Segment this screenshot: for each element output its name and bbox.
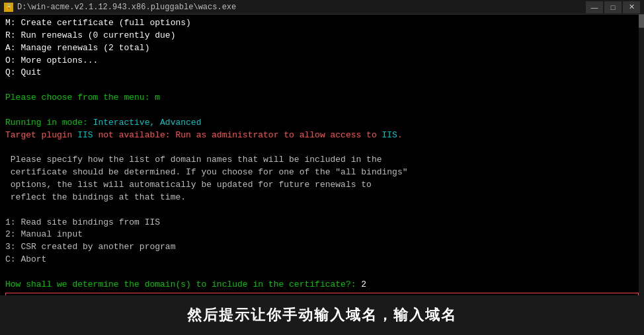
terminal-line: options, the list will automatically be … bbox=[5, 179, 639, 192]
titlebar-left: 🔒 D:\win-acme.v2.1.12.943.x86.pluggable\… bbox=[4, 3, 236, 12]
terminal-line: R: Run renewals (0 currently due) bbox=[5, 30, 639, 42]
terminal-line: 3: CSR created by another program bbox=[5, 241, 639, 254]
terminal-line: Please specify how the list of domain na… bbox=[5, 154, 639, 167]
terminal-line bbox=[5, 79, 639, 92]
terminal-line bbox=[5, 104, 639, 117]
terminal-line: Target plugin IIS not available: Run as … bbox=[5, 130, 639, 142]
terminal-line: 1: Read site bindings from IIS bbox=[5, 217, 639, 229]
terminal-line: O: More options... bbox=[5, 55, 639, 67]
titlebar-controls[interactable]: — □ ✕ bbox=[586, 1, 640, 13]
terminal-line: reflect the bindings at that time. bbox=[5, 192, 639, 204]
terminal-line: M: Create certificate (full options) bbox=[5, 17, 639, 30]
terminal-line: Running in mode: Interactive, Advanced bbox=[5, 117, 639, 130]
terminal-line bbox=[5, 204, 639, 217]
terminal-line: C: Abort bbox=[5, 254, 639, 266]
maximize-button[interactable]: □ bbox=[604, 1, 622, 13]
scrollbar-thumb[interactable] bbox=[639, 15, 644, 28]
titlebar-title: D:\win-acme.v2.1.12.943.x86.pluggable\wa… bbox=[17, 3, 236, 12]
terminal-line: 2: Manual input bbox=[5, 229, 639, 241]
scrollbar[interactable] bbox=[639, 15, 644, 295]
terminal-line bbox=[5, 141, 639, 154]
terminal-line: A: Manage renewals (2 total) bbox=[5, 42, 639, 55]
terminal-line bbox=[5, 266, 639, 279]
terminal-line: Please choose from the menu: m bbox=[5, 92, 639, 104]
minimize-button[interactable]: — bbox=[586, 1, 603, 13]
bottom-text: 然后提示让你手动输入域名，输入域名 bbox=[187, 305, 457, 325]
terminal-line: Q: Quit bbox=[5, 67, 639, 79]
bottom-bar: 然后提示让你手动输入域名，输入域名 bbox=[0, 295, 644, 335]
terminal: M: Create certificate (full options)R: R… bbox=[0, 15, 644, 295]
terminal-line: certificate should be determined. If you… bbox=[5, 167, 639, 179]
terminal-line: How shall we determine the domain(s) to … bbox=[5, 279, 639, 291]
titlebar: 🔒 D:\win-acme.v2.1.12.943.x86.pluggable\… bbox=[0, 0, 644, 15]
titlebar-icon: 🔒 bbox=[4, 3, 13, 12]
close-button[interactable]: ✕ bbox=[623, 1, 640, 13]
